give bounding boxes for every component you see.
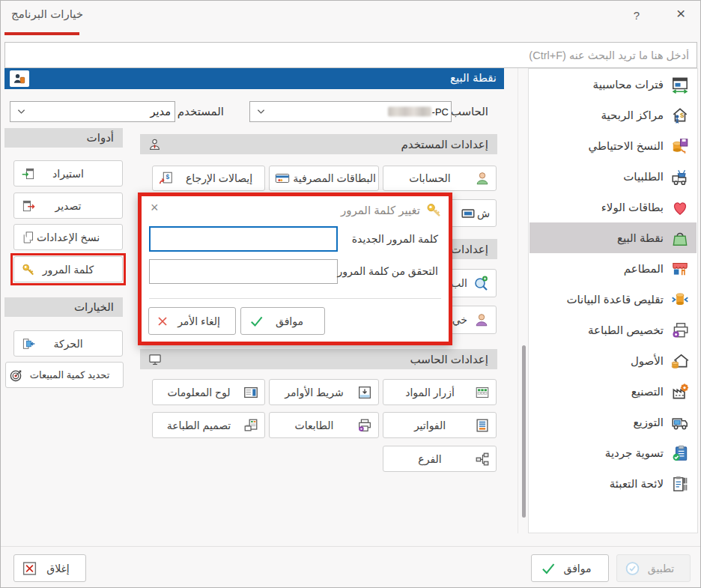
screen-icon [460,205,476,222]
help-button[interactable]: ? [628,5,645,25]
assets-icon [670,351,691,372]
movement-icon [21,336,36,351]
key-icon [21,262,36,277]
import-button[interactable]: استيراد [13,160,123,187]
bank-cards-button[interactable]: البطاقات المصرفية [269,166,379,191]
print-design-icon [243,417,259,434]
new-password-label: كلمة المرور الجديدة [352,233,438,245]
pos-user-icon [10,70,29,87]
loyalty-cards-icon [670,197,691,218]
modal-separator [149,298,441,299]
user-settings-icon [148,137,162,151]
sidebar-item-manufacturing[interactable]: التصنيع [529,376,697,407]
footer-separator [1,546,701,547]
manufacturing-icon [670,381,691,402]
import-icon [21,166,36,181]
invoices-button[interactable]: الفواتير [383,412,497,438]
computer-value: -PC [388,106,449,118]
search-input[interactable] [4,42,697,68]
window-close-button[interactable]: × [670,2,691,25]
orders-icon [670,166,691,187]
command-bar-icon [356,384,373,401]
pale-circle-check-icon [625,560,640,576]
search-plus-icon [472,274,490,292]
user-value: مدير [151,106,171,118]
export-button[interactable]: تصدير [13,193,123,219]
sidebar-item-packing-list[interactable]: لائحة التعبئة [529,468,697,499]
person-purple-icon [473,312,490,328]
sidebar-item-backup[interactable]: النسخ الاحتياطي [529,130,697,161]
boxed-red-x-icon [22,560,37,576]
restaurants-icon [670,258,691,279]
sidebar-item-assets[interactable]: الأصول [529,345,697,376]
window-title: خيارات البرنامج [11,7,83,21]
printers-button[interactable]: الطابعات [269,412,379,438]
invoice-icon [474,417,491,434]
confirm-password-input[interactable] [149,259,338,284]
return-receipts-button[interactable]: $ إيصالات الإرجاع [152,166,265,191]
print-design-button[interactable]: تصميم الطباعة [152,412,265,438]
movement-button[interactable]: الحركة [13,330,123,357]
accounts-button[interactable]: الحسابات [383,166,497,191]
tools-header: أدوات [4,128,123,148]
footer-apply-button[interactable]: تطبيق [616,554,691,582]
accounting-periods-icon [670,74,691,95]
printer-gear-icon [356,417,373,434]
inventory-settlement-icon [670,443,691,464]
branch-button[interactable]: الفرع [383,446,497,472]
command-bar-button[interactable]: شريط الأوامر [269,379,379,405]
computer-combobox[interactable]: -PC [249,101,452,122]
return-receipt-icon: $ [157,170,174,187]
program-options-dialog: خيارات البرنامج ? × نقطة البيع الحاسب -P… [0,0,701,588]
sidebar-item-pos-selected[interactable]: نقطة البيع [529,222,697,253]
user-settings-header: إعدادات المستخدم [140,134,497,154]
pos-section-title: نقطة البيع [450,71,497,85]
computer-settings-header: إعدادات الحاسب [140,349,497,369]
monitor-icon [148,352,163,367]
credit-card-icon [274,170,291,187]
packing-list-icon [670,473,691,494]
sidebar-item-orders[interactable]: الطلبيات [529,161,697,192]
sidebar-item-distribution[interactable]: التوزيع [529,407,697,437]
shrink-database-icon [670,289,691,310]
sidebar-item-restaurants[interactable]: المطاعم [529,253,697,284]
chevron-down-icon [257,109,265,115]
footer-ok-button[interactable]: موافق [531,554,609,582]
sidebar-item-print-customize[interactable]: تخصيص الطباعة [529,315,697,345]
chevron-down-icon [17,109,25,115]
green-check-icon [541,561,556,576]
title-red-underline-annotation [4,32,79,35]
pos-icon [670,228,691,249]
copy-settings-button[interactable]: نسخ الإعدادات [13,224,123,250]
change-password-modal: × تغيير كلمة المرور كلمة المرور الجديدة … [138,193,452,345]
print-customize-icon [670,320,691,341]
pos-section-header: نقطة البيع [4,68,504,89]
password-button[interactable]: كلمة المرور [13,256,123,282]
sidebar-item-profit-centers[interactable]: مراكز الربحية $ [529,100,697,130]
info-board-button[interactable]: لوح المعلومات [152,379,265,405]
confirm-password-label: التحقق من كلمة المرور [338,265,438,277]
sales-quantity-button[interactable]: تحديد كمية المبيعات [5,362,124,388]
sidebar-item-inventory-settlement[interactable]: تسوية جردية [529,437,697,468]
material-buttons-button[interactable]: أزرار المواد [383,379,497,405]
sidebar-item-shrink-database[interactable]: تقليص قاعدة البيانات [529,284,697,315]
footer-close-button[interactable]: إغلاق [13,554,86,582]
search-bar [4,42,697,68]
scrollbar-thumb[interactable] [522,345,526,518]
backup-icon [670,136,691,157]
red-x-icon [157,315,169,327]
profit-centers-icon: $ [670,105,691,126]
user-combobox[interactable]: مدير [10,101,175,122]
export-icon [21,198,36,213]
modal-ok-button[interactable]: موافق [240,307,325,335]
sidebar-item-accounting-periods[interactable]: فترات محاسبية [529,69,697,100]
distribution-icon [670,412,691,433]
modal-title: تغيير كلمة المرور [341,204,420,217]
new-password-input[interactable] [149,226,338,252]
modal-close-icon[interactable]: × [151,200,159,216]
blurred-computer-name [388,107,431,117]
sidebar-item-loyalty-cards[interactable]: بطاقات الولاء [529,192,697,222]
content-divider [518,68,518,533]
person-green-icon [474,170,491,187]
modal-cancel-button[interactable]: إلغاء الأمر [148,307,236,335]
